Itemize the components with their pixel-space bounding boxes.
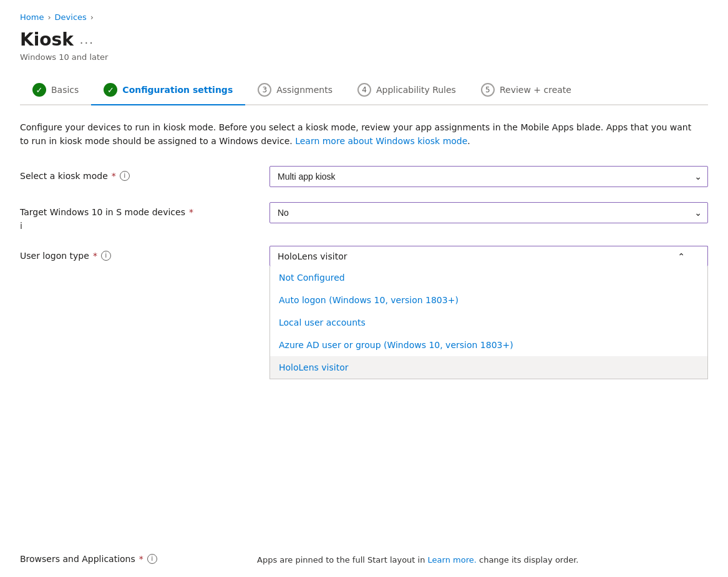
user-logon-required: * <box>93 251 97 261</box>
browsers-apps-info-icon[interactable]: i <box>147 554 157 564</box>
user-logon-info-icon[interactable]: i <box>101 251 111 261</box>
target-windows-info-icon[interactable]: i <box>20 221 257 231</box>
target-windows-row: Target Windows 10 in S mode devices * i … <box>20 202 708 231</box>
target-windows-required: * <box>189 207 193 217</box>
user-logon-select-wrapper: HoloLens visitor ⌃ Not Configured Auto l… <box>269 246 708 379</box>
user-logon-option-not-configured[interactable]: Not Configured <box>270 266 707 289</box>
browsers-apps-label-text: Browsers and Applications <box>20 554 135 564</box>
tab-review-step: 5 <box>481 83 495 97</box>
page-header: Kiosk ... <box>20 29 708 50</box>
target-windows-select[interactable]: No Yes <box>269 202 708 223</box>
user-logon-control: HoloLens visitor ⌃ Not Configured Auto l… <box>269 246 708 379</box>
target-windows-control: No Yes ⌄ <box>269 202 708 223</box>
browsers-apps-learn-more[interactable]: Learn more. <box>428 555 477 565</box>
breadcrumb: Home › Devices › <box>20 12 708 22</box>
tab-config-check: ✓ <box>104 83 117 97</box>
tab-review-label: Review + create <box>500 85 571 95</box>
tab-basics-check: ✓ <box>32 83 46 97</box>
target-windows-label-text: Target Windows 10 in S mode devices <box>20 207 185 217</box>
kiosk-mode-label-text: Select a kiosk mode <box>20 171 108 181</box>
browsers-apps-description: Apps are pinned to the full Start layout… <box>257 554 708 566</box>
user-logon-label: User logon type * i <box>20 251 257 261</box>
tab-review[interactable]: 5 Review + create <box>468 77 584 104</box>
tab-config-label: Configuration settings <box>122 85 233 95</box>
tab-applicability-label: Applicability Rules <box>376 85 456 95</box>
browsers-apps-desc-text: Apps are pinned to the full Start layout… <box>257 555 428 565</box>
browsers-apps-required: * <box>139 554 143 564</box>
kiosk-mode-control: Multi app kiosk Not Configured Single ap… <box>269 166 708 187</box>
page-title: Kiosk <box>20 29 74 50</box>
user-logon-label-col: User logon type * i <box>20 246 257 261</box>
user-logon-option-hololens[interactable]: HoloLens visitor <box>270 356 707 379</box>
breadcrumb-home[interactable]: Home <box>20 12 44 22</box>
browsers-apps-content: Apps are pinned to the full Start layout… <box>257 554 708 574</box>
user-logon-value: HoloLens visitor <box>278 251 347 261</box>
browsers-apps-row: Browsers and Applications * i Apps are p… <box>20 554 708 574</box>
breadcrumb-sep2: › <box>90 12 94 22</box>
browsers-apps-desc-text2: change its display order. <box>479 555 579 565</box>
browsers-apps-label-col: Browsers and Applications * i <box>20 554 257 564</box>
user-logon-option-azuread[interactable]: Azure AD user or group (Windows 10, vers… <box>270 334 707 356</box>
kiosk-mode-select-wrapper: Multi app kiosk Not Configured Single ap… <box>269 166 708 187</box>
tab-basics[interactable]: ✓ Basics <box>20 77 91 104</box>
breadcrumb-sep1: › <box>47 12 51 22</box>
target-windows-label: Target Windows 10 in S mode devices * <box>20 207 257 217</box>
kiosk-mode-row: Select a kiosk mode * i Multi app kiosk … <box>20 166 708 187</box>
more-options-button[interactable]: ... <box>80 33 94 46</box>
target-windows-label-col: Target Windows 10 in S mode devices * i <box>20 202 257 231</box>
wizard-tabs: ✓ Basics ✓ Configuration settings 3 Assi… <box>20 77 708 105</box>
user-logon-select-box[interactable]: HoloLens visitor ⌃ <box>269 246 708 266</box>
target-windows-select-wrapper: No Yes ⌄ <box>269 202 708 223</box>
user-logon-option-local[interactable]: Local user accounts <box>270 311 707 334</box>
learn-more-link[interactable]: Learn more about Windows kiosk mode <box>295 136 467 146</box>
description-text: Configure your devices to run in kiosk m… <box>20 120 694 148</box>
user-logon-dropdown: Not Configured Auto logon (Windows 10, v… <box>269 266 708 379</box>
breadcrumb-devices[interactable]: Devices <box>55 12 87 22</box>
kiosk-mode-label-col: Select a kiosk mode * i <box>20 166 257 181</box>
browsers-apps-label: Browsers and Applications * i <box>20 554 257 564</box>
user-logon-label-text: User logon type <box>20 251 89 261</box>
user-logon-row: User logon type * i HoloLens visitor ⌃ N… <box>20 246 708 379</box>
user-logon-option-autologon[interactable]: Auto logon (Windows 10, version 1803+) <box>270 289 707 311</box>
tab-applicability-step: 4 <box>357 83 371 97</box>
page-subtitle: Windows 10 and later <box>20 52 708 62</box>
tab-basics-label: Basics <box>51 85 79 95</box>
tab-assignments-label: Assignments <box>276 85 332 95</box>
tab-config[interactable]: ✓ Configuration settings <box>91 77 245 104</box>
tab-assignments[interactable]: 3 Assignments <box>245 77 345 104</box>
kiosk-mode-info-icon[interactable]: i <box>120 171 130 181</box>
tab-applicability[interactable]: 4 Applicability Rules <box>345 77 468 104</box>
user-logon-chevron-icon: ⌃ <box>677 251 685 261</box>
tab-assignments-step: 3 <box>258 83 271 97</box>
kiosk-mode-select[interactable]: Multi app kiosk Not Configured Single ap… <box>269 166 708 187</box>
kiosk-mode-required: * <box>112 171 116 181</box>
kiosk-mode-label: Select a kiosk mode * i <box>20 171 257 181</box>
browsers-apps-section: Browsers and Applications * i Apps are p… <box>20 554 708 577</box>
